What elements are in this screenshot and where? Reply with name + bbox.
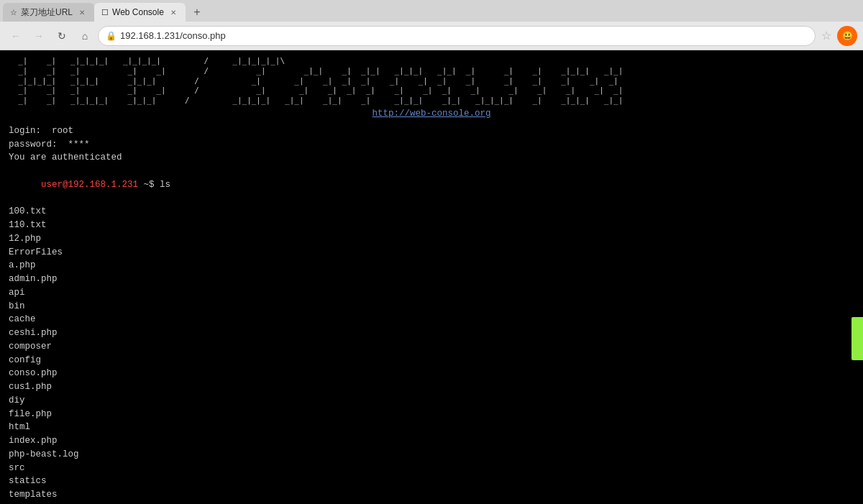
- tab-close-2[interactable]: ✕: [168, 7, 178, 17]
- tab-icon-2: ☐: [101, 8, 109, 17]
- prompt-at: @: [63, 180, 68, 190]
- home-button[interactable]: ⌂: [75, 26, 95, 46]
- tab-icon-1: ☆: [10, 8, 17, 17]
- list-item: statics: [9, 475, 854, 488]
- list-item: a.php: [9, 259, 854, 272]
- login-line: login: root: [9, 124, 854, 138]
- prompt-line: user@192.168.1.231 ~$ ls: [9, 165, 854, 205]
- list-item: config: [9, 354, 854, 367]
- list-item: php-beast.log: [9, 448, 854, 462]
- tab-inactive-1[interactable]: ☆ 菜刀地址URL ✕: [3, 3, 94, 22]
- tab-bar: ☆ 菜刀地址URL ✕ ☐ Web Console ✕ +: [0, 0, 863, 22]
- user-avatar[interactable]: 😃: [837, 26, 857, 46]
- list-item: ceshi.php: [9, 326, 854, 340]
- address-bar-wrapper: 🔒: [98, 26, 816, 46]
- list-item: 12.php: [9, 232, 854, 246]
- back-button[interactable]: ←: [6, 26, 26, 46]
- list-item: templates: [9, 488, 854, 502]
- list-item: admin.php: [9, 272, 854, 286]
- prompt-user: user: [41, 180, 63, 190]
- file-listing: 100.txt110.txt12.phpErrorFilesa.phpadmin…: [9, 205, 854, 504]
- password-line: password: ****: [9, 138, 854, 152]
- website-link[interactable]: http://web-console.org: [372, 109, 490, 119]
- browser-chrome: ☆ 菜刀地址URL ✕ ☐ Web Console ✕ + ← → ↻ ⌂ 🔒 …: [0, 0, 863, 50]
- nav-bar: ← → ↻ ⌂ 🔒 ☆ 😃: [0, 22, 863, 50]
- list-item: composer: [9, 340, 854, 354]
- tab-close-1[interactable]: ✕: [77, 7, 87, 17]
- list-item: ErrorFiles: [9, 246, 854, 260]
- command-text: ls: [160, 180, 170, 190]
- new-tab-button[interactable]: +: [187, 3, 207, 22]
- list-item: cus1.php: [9, 380, 854, 394]
- list-item: 110.txt: [9, 219, 854, 232]
- list-item: index.php: [9, 434, 854, 448]
- tab-active-2[interactable]: ☐ Web Console ✕: [94, 3, 186, 22]
- list-item: api: [9, 286, 854, 300]
- ascii-art-banner: _| _| _|_|_|_| _|_|_|_| / _|_|_|_|_|\ _|…: [9, 56, 854, 106]
- list-item: conso.php: [9, 367, 854, 380]
- list-item: diy: [9, 394, 854, 408]
- list-item: 100.txt: [9, 205, 854, 219]
- list-item: cache: [9, 313, 854, 326]
- lock-icon: 🔒: [106, 31, 117, 41]
- address-bar[interactable]: [120, 30, 808, 41]
- forward-button[interactable]: →: [29, 26, 49, 46]
- prompt-host: 192.168.1.231: [68, 180, 139, 190]
- bookmark-star-icon[interactable]: ☆: [821, 29, 831, 42]
- refresh-button[interactable]: ↻: [52, 26, 72, 46]
- side-widget[interactable]: [851, 317, 863, 360]
- tab-label-2: Web Console: [112, 7, 164, 17]
- terminal: _| _| _|_|_|_| _|_|_|_| / _|_|_|_|_|\ _|…: [0, 50, 863, 504]
- prompt-tilde: ~: [138, 180, 149, 190]
- list-item: bin: [9, 300, 854, 313]
- auth-line: You are authenticated: [9, 151, 854, 165]
- list-item: html: [9, 421, 854, 434]
- list-item: src: [9, 462, 854, 475]
- list-item: file.php: [9, 408, 854, 421]
- tab-label-1: 菜刀地址URL: [21, 6, 73, 19]
- terminal-content: _| _| _|_|_|_| _|_|_|_| / _|_|_|_|_|\ _|…: [0, 50, 863, 504]
- prompt-dollar: $: [149, 180, 160, 190]
